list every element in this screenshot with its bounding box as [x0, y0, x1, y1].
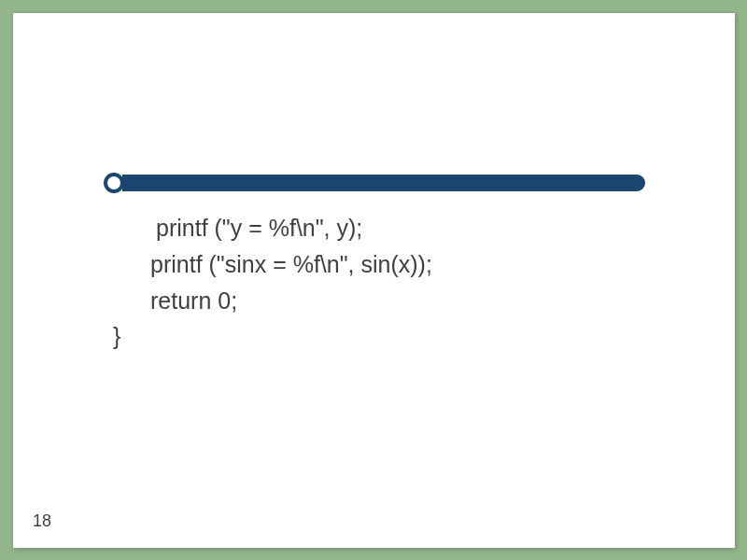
border-left	[12, 12, 13, 548]
code-line: printf ("y = %f\n", y);	[113, 210, 432, 246]
code-line: return 0;	[113, 283, 432, 319]
slide: printf ("y = %f\n", y); printf ("sinx = …	[12, 12, 735, 548]
code-line: printf ("sinx = %f\n", sin(x));	[113, 246, 432, 283]
divider-bar	[122, 175, 645, 191]
bullet-icon	[104, 173, 124, 193]
page-number: 18	[33, 511, 51, 531]
border-top	[12, 12, 735, 13]
divider	[104, 173, 645, 193]
code-block: printf ("y = %f\n", y); printf ("sinx = …	[113, 210, 432, 355]
code-line: }	[113, 318, 432, 355]
